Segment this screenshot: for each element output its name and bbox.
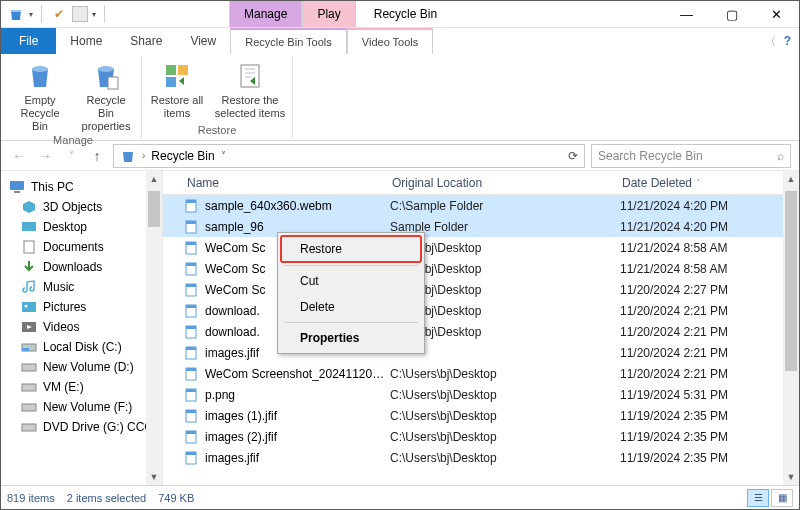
nav-item[interactable]: DVD Drive (G:) CCC — [1, 417, 162, 437]
nav-item[interactable]: Pictures — [1, 297, 162, 317]
nav-item-label: Videos — [43, 320, 79, 334]
content-scroll-thumb[interactable] — [785, 191, 797, 371]
ctx-delete[interactable]: Delete — [280, 294, 422, 320]
file-row[interactable]: sample_640x360.webmC:\Sample Folder11/21… — [163, 195, 783, 216]
status-size: 749 KB — [158, 492, 194, 504]
scroll-up-icon[interactable]: ▲ — [783, 171, 799, 187]
content-scrollbar[interactable]: ▲ ▼ — [783, 171, 799, 485]
file-row[interactable]: images (1).jfifC:\Users\bj\Desktop11/19/… — [163, 405, 783, 426]
file-row[interactable]: p.pngC:\Users\bj\Desktop11/19/2024 5:31 … — [163, 384, 783, 405]
ctx-properties[interactable]: Properties — [280, 325, 422, 351]
nav-item-label: Desktop — [43, 220, 87, 234]
window-title: Recycle Bin — [374, 7, 437, 21]
file-name: p.png — [205, 388, 390, 402]
tab-view[interactable]: View — [176, 28, 230, 54]
file-icon — [183, 198, 199, 214]
nav-recent-dropdown[interactable]: ˅ — [61, 150, 81, 161]
col-original-location[interactable]: Original Location — [388, 176, 618, 190]
tab-home[interactable]: Home — [56, 28, 116, 54]
refresh-button[interactable]: ⟳ — [568, 149, 578, 163]
nav-item[interactable]: Desktop — [1, 217, 162, 237]
address-field[interactable]: › Recycle Bin ˅ ⟳ — [113, 144, 585, 168]
nav-forward-button[interactable]: → — [35, 148, 55, 164]
file-row[interactable]: images.jfifC:\Users\bj\Desktop11/19/2024… — [163, 447, 783, 468]
ribbon-collapse-icon[interactable]: 〈 — [765, 34, 776, 49]
tab-video-tools[interactable]: Video Tools — [347, 28, 433, 54]
nav-scrollbar[interactable]: ▲ ▼ — [146, 171, 162, 485]
address-dropdown-icon[interactable]: ˅ — [221, 150, 226, 161]
nav-back-button[interactable]: ← — [9, 148, 29, 164]
svg-rect-11 — [24, 241, 34, 253]
qat-separator-2 — [104, 5, 105, 23]
scroll-up-icon[interactable]: ▲ — [146, 171, 162, 187]
file-row[interactable]: sample_96Sample Folder11/21/2024 4:20 PM — [163, 216, 783, 237]
nav-item-label: New Volume (F:) — [43, 400, 132, 414]
ctx-cut[interactable]: Cut — [280, 268, 422, 294]
blank-qat-icon[interactable] — [72, 6, 88, 22]
file-row[interactable]: WeCom Screenshot_202411201014...C:\Users… — [163, 363, 783, 384]
nav-item-label: Downloads — [43, 260, 102, 274]
svg-rect-43 — [186, 410, 196, 413]
nav-item[interactable]: 3D Objects — [1, 197, 162, 217]
qat-dropdown-icon[interactable]: ▾ — [29, 10, 33, 19]
nav-item[interactable]: New Volume (D:) — [1, 357, 162, 377]
nav-item-icon — [21, 420, 37, 434]
svg-rect-4 — [178, 65, 188, 75]
ctxtab-manage[interactable]: Manage — [229, 1, 302, 27]
qat-customize-icon[interactable]: ▾ — [92, 10, 96, 19]
svg-rect-6 — [241, 65, 259, 87]
maximize-button[interactable]: ▢ — [709, 1, 754, 28]
col-name-label: Name — [187, 176, 219, 190]
close-button[interactable]: ✕ — [754, 1, 799, 28]
svg-rect-5 — [166, 77, 176, 87]
tab-share[interactable]: Share — [116, 28, 176, 54]
nav-up-button[interactable]: ↑ — [87, 148, 107, 164]
nav-item-label: Music — [43, 280, 74, 294]
nav-this-pc-label: This PC — [31, 180, 74, 194]
empty-recycle-bin-button[interactable]: Empty Recycle Bin — [11, 56, 69, 134]
view-thumbnails-button[interactable]: ▦ — [771, 489, 793, 507]
search-input[interactable]: Search Recycle Bin ⌕ — [591, 144, 791, 168]
checkmark-icon[interactable]: ✔ — [50, 5, 68, 23]
ribbon-group-restore: Restore all items Restore the selected i… — [142, 56, 293, 138]
svg-rect-27 — [186, 242, 196, 245]
ctxtab-play[interactable]: Play — [302, 1, 355, 27]
nav-item[interactable]: Local Disk (C:) — [1, 337, 162, 357]
restore-selected-button[interactable]: Restore the selected items — [214, 56, 286, 124]
nav-item[interactable]: Music — [1, 277, 162, 297]
nav-item[interactable]: Downloads — [1, 257, 162, 277]
address-chevron-icon[interactable]: › — [142, 150, 145, 161]
file-row[interactable]: download.Users\bj\Desktop11/20/2024 2:21… — [163, 321, 783, 342]
file-icon — [183, 366, 199, 382]
nav-this-pc[interactable]: This PC — [1, 177, 162, 197]
svg-rect-21 — [22, 424, 36, 431]
file-row[interactable]: WeCom ScUsers\bj\Desktop11/21/2024 8:58 … — [163, 258, 783, 279]
minimize-button[interactable]: — — [664, 1, 709, 28]
nav-item[interactable]: VM (E:) — [1, 377, 162, 397]
file-date-deleted: 11/19/2024 2:35 PM — [620, 451, 783, 465]
file-row[interactable]: WeCom ScUsers\bj\Desktop11/20/2024 2:27 … — [163, 279, 783, 300]
nav-item[interactable]: Documents — [1, 237, 162, 257]
address-location: Recycle Bin — [151, 149, 214, 163]
file-row[interactable]: download.Users\bj\Desktop11/20/2024 2:21… — [163, 300, 783, 321]
scroll-down-icon[interactable]: ▼ — [146, 469, 162, 485]
nav-item[interactable]: New Volume (F:) — [1, 397, 162, 417]
recycle-bin-properties-button[interactable]: Recycle Bin properties — [77, 56, 135, 134]
file-icon — [183, 345, 199, 361]
restore-all-button[interactable]: Restore all items — [148, 56, 206, 124]
nav-item[interactable]: Videos — [1, 317, 162, 337]
file-row[interactable]: images (2).jfifC:\Users\bj\Desktop11/19/… — [163, 426, 783, 447]
file-row[interactable]: images.jfif11/20/2024 2:21 PM — [163, 342, 783, 363]
svg-rect-47 — [186, 452, 196, 455]
tab-file[interactable]: File — [1, 28, 56, 54]
col-name[interactable]: Name — [183, 176, 388, 190]
col-date-deleted[interactable]: Date Deleted˅ — [618, 176, 799, 190]
tab-recycle-bin-tools[interactable]: Recycle Bin Tools — [230, 28, 347, 54]
view-details-button[interactable]: ☰ — [747, 489, 769, 507]
ctx-restore[interactable]: Restore — [280, 235, 422, 263]
nav-scroll-thumb[interactable] — [148, 191, 160, 227]
scroll-down-icon[interactable]: ▼ — [783, 469, 799, 485]
file-row[interactable]: WeCom ScUsers\bj\Desktop11/21/2024 8:58 … — [163, 237, 783, 258]
help-icon[interactable]: ? — [784, 34, 791, 48]
file-icon — [183, 240, 199, 256]
